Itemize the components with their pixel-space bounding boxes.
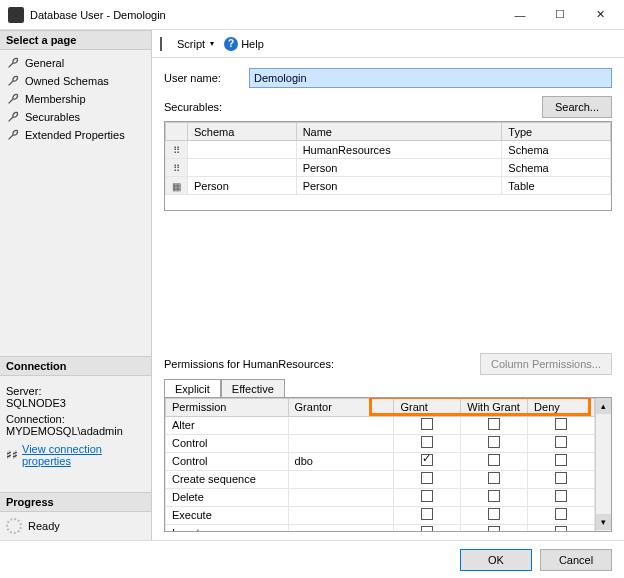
- server-value: SQLNODE3: [6, 397, 145, 409]
- page-label: Owned Schemas: [25, 75, 109, 87]
- help-button[interactable]: ? Help: [224, 37, 264, 51]
- progress-spinner-icon: [6, 518, 22, 534]
- tab-effective[interactable]: Effective: [221, 379, 285, 398]
- wrench-icon: [6, 92, 20, 106]
- connection-info: Server: SQLNODE3 Connection: MYDEMOSQL\a…: [0, 376, 151, 472]
- schema-icon: ⠿: [173, 163, 180, 174]
- checkbox[interactable]: [421, 508, 433, 520]
- checkbox[interactable]: [421, 418, 433, 430]
- progress-block: Ready: [0, 512, 151, 540]
- view-connection-properties-link[interactable]: View connection properties: [22, 443, 145, 467]
- window-title: Database User - Demologin: [30, 9, 500, 21]
- page-item-general[interactable]: General: [0, 54, 151, 72]
- dialog-footer: OK Cancel: [0, 540, 624, 578]
- connection-header: Connection: [0, 356, 151, 376]
- close-button[interactable]: ✕: [580, 1, 620, 29]
- page-label: General: [25, 57, 64, 69]
- page-item-membership[interactable]: Membership: [0, 90, 151, 108]
- checkbox[interactable]: [555, 508, 567, 520]
- server-label: Server:: [6, 385, 145, 397]
- cancel-button[interactable]: Cancel: [540, 549, 612, 571]
- permissions-for-label: Permissions for HumanResources:: [164, 358, 334, 370]
- table-row[interactable]: Execute: [166, 506, 595, 524]
- page-item-securables[interactable]: Securables: [0, 108, 151, 126]
- column-permissions-button: Column Permissions...: [480, 353, 612, 375]
- page-label: Membership: [25, 93, 86, 105]
- progress-status: Ready: [28, 520, 60, 532]
- table-row[interactable]: ⠿HumanResourcesSchema: [166, 141, 611, 159]
- table-icon: ▦: [172, 181, 181, 192]
- dropdown-icon: ▾: [210, 39, 214, 48]
- script-button[interactable]: Script ▾: [160, 37, 214, 51]
- permissions-grid[interactable]: Permission Grantor Grant With Grant Deny…: [164, 397, 612, 533]
- perm-col-permission[interactable]: Permission: [166, 398, 289, 416]
- checkbox[interactable]: [421, 526, 433, 531]
- app-icon: [8, 7, 24, 23]
- permission-tabs: Explicit Effective: [164, 378, 612, 397]
- page-label: Extended Properties: [25, 129, 125, 141]
- checkbox[interactable]: [555, 418, 567, 430]
- checkbox[interactable]: [555, 490, 567, 502]
- wrench-icon: [6, 74, 20, 88]
- checkbox[interactable]: [555, 436, 567, 448]
- perm-col-grant[interactable]: Grant: [394, 398, 461, 416]
- scrollbar[interactable]: ▴ ▾: [595, 398, 611, 532]
- select-page-header: Select a page: [0, 30, 151, 50]
- col-schema[interactable]: Schema: [188, 123, 297, 141]
- table-row[interactable]: Delete: [166, 488, 595, 506]
- checkbox[interactable]: [421, 436, 433, 448]
- col-name[interactable]: Name: [296, 123, 502, 141]
- username-label: User name:: [164, 72, 249, 84]
- wrench-icon: [6, 128, 20, 142]
- table-row[interactable]: Control: [166, 434, 595, 452]
- page-item-owned-schemas[interactable]: Owned Schemas: [0, 72, 151, 90]
- table-row[interactable]: Insert: [166, 524, 595, 531]
- wrench-icon: [6, 110, 20, 124]
- username-input[interactable]: [249, 68, 612, 88]
- checkbox[interactable]: [555, 526, 567, 531]
- perm-col-withgrant[interactable]: With Grant: [461, 398, 528, 416]
- checkbox[interactable]: [488, 418, 500, 430]
- scroll-down-icon[interactable]: ▾: [596, 514, 611, 530]
- checkbox[interactable]: [421, 454, 433, 466]
- col-type[interactable]: Type: [502, 123, 611, 141]
- page-label: Securables: [25, 111, 80, 123]
- script-icon: [160, 37, 174, 51]
- table-row[interactable]: ⠿PersonSchema: [166, 159, 611, 177]
- checkbox[interactable]: [421, 490, 433, 502]
- progress-header: Progress: [0, 492, 151, 512]
- page-list: General Owned Schemas Membership Securab…: [0, 50, 151, 148]
- perm-col-deny[interactable]: Deny: [528, 398, 595, 416]
- maximize-button[interactable]: ☐: [540, 1, 580, 29]
- page-item-extended-properties[interactable]: Extended Properties: [0, 126, 151, 144]
- checkbox[interactable]: [488, 526, 500, 531]
- help-label: Help: [241, 38, 264, 50]
- scroll-up-icon[interactable]: ▴: [596, 398, 611, 414]
- checkbox[interactable]: [488, 490, 500, 502]
- checkbox[interactable]: [488, 436, 500, 448]
- table-row[interactable]: ▦PersonPersonTable: [166, 177, 611, 195]
- connection-label: Connection:: [6, 413, 145, 425]
- search-button[interactable]: Search...: [542, 96, 612, 118]
- ok-button[interactable]: OK: [460, 549, 532, 571]
- connection-icon: ♯♯: [6, 448, 18, 462]
- toolbar: Script ▾ ? Help: [152, 30, 624, 58]
- table-row[interactable]: Controldbo: [166, 452, 595, 470]
- help-icon: ?: [224, 37, 238, 51]
- checkbox[interactable]: [421, 472, 433, 484]
- checkbox[interactable]: [488, 454, 500, 466]
- checkbox[interactable]: [555, 454, 567, 466]
- minimize-button[interactable]: —: [500, 1, 540, 29]
- table-row[interactable]: Create sequence: [166, 470, 595, 488]
- tab-explicit[interactable]: Explicit: [164, 379, 221, 398]
- right-panel: Script ▾ ? Help User name: Securables: S…: [152, 30, 624, 540]
- checkbox[interactable]: [488, 472, 500, 484]
- wrench-icon: [6, 56, 20, 70]
- checkbox[interactable]: [555, 472, 567, 484]
- perm-col-grantor[interactable]: Grantor: [288, 398, 394, 416]
- checkbox[interactable]: [488, 508, 500, 520]
- securables-grid[interactable]: Schema Name Type ⠿HumanResourcesSchema⠿P…: [164, 121, 612, 211]
- left-panel: Select a page General Owned Schemas Memb…: [0, 30, 152, 540]
- table-row[interactable]: Alter: [166, 416, 595, 434]
- schema-icon: ⠿: [173, 145, 180, 156]
